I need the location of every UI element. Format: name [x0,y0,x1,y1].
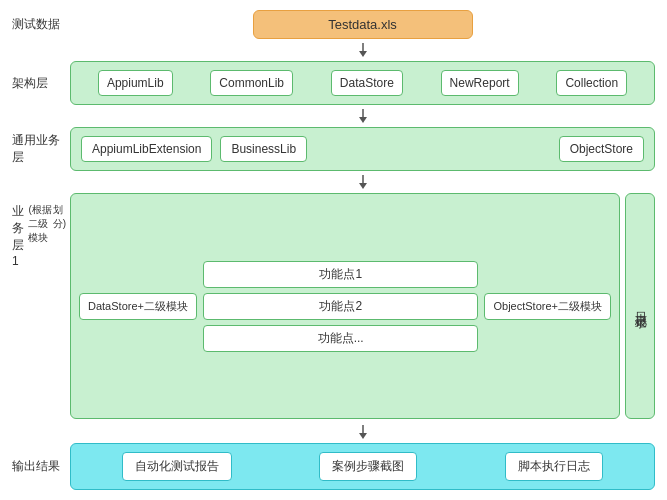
arrow-svg-2 [357,109,369,123]
log-sidebar: 日志记录 [625,193,655,419]
arrow-biz1-output [12,425,655,439]
arch-datastore: DataStore [331,70,403,96]
arrow-svg-4 [357,425,369,439]
arch-newreport: NewReport [441,70,519,96]
arrow-arch-common [12,109,655,123]
common-businesslib: BusinessLib [220,136,307,162]
arch-layer: 架构层 AppiumLib CommonLib DataStore NewRep… [12,61,655,105]
svg-marker-7 [359,433,367,439]
arrow-svg-3 [357,175,369,189]
feature-1: 功能点1 [203,261,479,288]
biz1-layer: 业务层1(根据二级模块划分) DataStore+二级模块 功能点1 功能点2 … [12,193,655,419]
testdata-label: 测试数据 [12,10,70,39]
arch-label: 架构层 [12,61,70,105]
arch-appiumlib: AppiumLib [98,70,173,96]
output-log: 脚本执行日志 [505,452,603,481]
svg-marker-1 [359,51,367,57]
svg-marker-3 [359,117,367,123]
arch-commonlib: CommonLib [210,70,293,96]
output-report: 自动化测试报告 [122,452,232,481]
biz1-label: 业务层1(根据二级模块划分) [12,193,70,419]
testdata-layer: 测试数据 Testdata.xls [12,10,655,39]
biz1-objectstore: ObjectStore+二级模块 [484,293,611,320]
arch-container: AppiumLib CommonLib DataStore NewReport … [70,61,655,105]
output-container: 自动化测试报告 案例步骤截图 脚本执行日志 [70,443,655,490]
output-screenshot: 案例步骤截图 [319,452,417,481]
output-label: 输出结果 [12,443,70,490]
arch-collection: Collection [556,70,627,96]
testdata-box: Testdata.xls [253,10,473,39]
biz1-features: 功能点1 功能点2 功能点... [203,261,479,352]
feature-3: 功能点... [203,325,479,352]
arrow-testdata-arch [12,43,655,57]
biz1-container: DataStore+二级模块 功能点1 功能点2 功能点... ObjectSt… [70,193,620,419]
common-appiumext: AppiumLibExtension [81,136,212,162]
output-layer: 输出结果 自动化测试报告 案例步骤截图 脚本执行日志 [12,443,655,490]
feature-2: 功能点2 [203,293,479,320]
biz1-datastore: DataStore+二级模块 [79,293,197,320]
arrow-common-biz [12,175,655,189]
common-label: 通用业务层 [12,127,70,171]
svg-marker-5 [359,183,367,189]
common-container: AppiumLibExtension BusinessLib ObjectSto… [70,127,655,171]
diagram-container: 测试数据 Testdata.xls 架构层 AppiumLib CommonLi… [0,0,667,500]
common-layer: 通用业务层 AppiumLibExtension BusinessLib Obj… [12,127,655,171]
arrow-svg-1 [357,43,369,57]
common-objectstore: ObjectStore [559,136,644,162]
